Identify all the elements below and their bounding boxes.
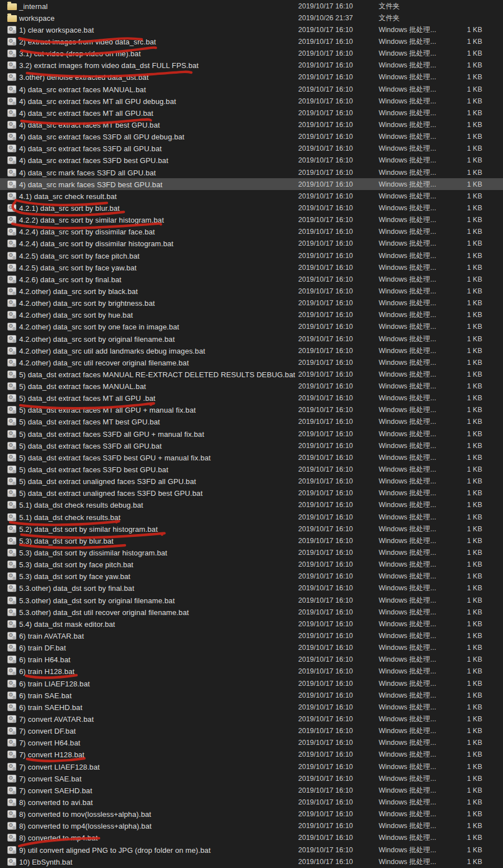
file-row[interactable]: ⚙⚙ 2) extract images from video data_src… — [0, 35, 503, 47]
file-row[interactable]: ⚙⚙ 5.2) data_dst sort by similar histogr… — [0, 523, 503, 535]
file-row[interactable]: ⚙⚙ 5) data_dst extract faces MT best GPU… — [0, 416, 503, 428]
file-row[interactable]: ⚙⚙ 4) data_src extract faces S3FD best G… — [0, 155, 503, 166]
file-row[interactable]: ⚙⚙ 6) train AVATAR.bat 2019/10/17 16:10 … — [0, 630, 503, 641]
file-row[interactable]: ⚙⚙ 4.2.5) data_src sort by face pitch.ba… — [0, 250, 503, 261]
file-row[interactable]: ⚙⚙ 3.other) denoise extracted data_dst.b… — [0, 71, 503, 83]
file-row[interactable]: ⚙⚙ 5) data_dst extract faces MT all GPU … — [0, 392, 503, 404]
file-row[interactable]: ⚙⚙ 4) data_src extract faces S3FD all GP… — [0, 131, 503, 143]
file-date-modified: 2019/10/17 16:10 — [298, 228, 353, 236]
batch-file-icon: ⚙⚙ — [7, 774, 17, 783]
file-row[interactable]: ⚙⚙ 7) convert DF.bat 2019/10/17 16:10 Wi… — [0, 725, 503, 737]
file-type: Windows 批处理... — [379, 477, 445, 486]
batch-file-icon: ⚙⚙ — [7, 97, 17, 106]
file-row[interactable]: ⚙⚙ 6) train H64.bat 2019/10/17 16:10 Win… — [0, 654, 503, 666]
file-row[interactable]: ⚙⚙ 7) convert SAEHD.bat 2019/10/17 16:10… — [0, 784, 503, 796]
file-size: 1 KB — [444, 406, 482, 414]
file-row[interactable]: ⚙⚙ 4) data_src extract faces MANUAL.bat … — [0, 83, 503, 95]
file-row[interactable]: ⚙⚙ 5.3) data_dst sort by face pitch.bat … — [0, 559, 503, 571]
batch-file-icon: ⚙⚙ — [7, 500, 17, 509]
file-row[interactable]: ⚙⚙ 7) convert AVATAR.bat 2019/10/17 16:1… — [0, 713, 503, 725]
file-date-modified: 2019/10/17 16:10 — [298, 370, 353, 378]
file-row[interactable]: ⚙⚙ 5) data_dst extract faces MANUAL RE-E… — [0, 368, 503, 380]
batch-file-icon: ⚙⚙ — [7, 453, 17, 462]
file-row[interactable]: ⚙⚙ 8) converted to avi.bat 2019/10/17 16… — [0, 796, 503, 808]
file-row[interactable]: ⚙⚙ 3.2) extract images from video data_d… — [0, 60, 503, 71]
file-row[interactable]: ⚙⚙ 5) data_dst extract faces S3FD all GP… — [0, 440, 503, 451]
file-row[interactable]: ⚙⚙ 4.2.other) data_src sort by one face … — [0, 321, 503, 333]
batch-file-icon: ⚙⚙ — [7, 180, 17, 189]
file-row[interactable]: ⚙⚙ 4.2.other) data_src util recover orig… — [0, 356, 503, 368]
file-row[interactable]: ⚙⚙ 4.2.2) data_src sort by similar histo… — [0, 214, 503, 226]
file-row[interactable]: ⚙⚙ 6) train H128.bat 2019/10/17 16:10 Wi… — [0, 666, 503, 677]
file-row[interactable]: ⚙⚙ 5.3) data_dst sort by blur.bat 2019/1… — [0, 535, 503, 546]
file-row[interactable]: ⚙⚙ 4.2.6) data_src sort by final.bat 201… — [0, 273, 503, 285]
file-row[interactable]: ⚙⚙ 5.3.other) data_dst sort by original … — [0, 594, 503, 606]
file-row[interactable]: ⚙⚙ 5.3.other) data_dst util recover orig… — [0, 606, 503, 618]
file-row[interactable]: ⚙⚙ 5) data_dst extract unaligned faces S… — [0, 476, 503, 487]
file-date-modified: 2019/10/17 16:10 — [298, 144, 353, 152]
file-date-modified: 2019/10/17 16:10 — [298, 156, 353, 164]
file-row[interactable]: ⚙⚙ 4) data_src mark faces S3FD best GPU.… — [0, 178, 503, 190]
batch-file-icon: ⚙⚙ — [7, 465, 17, 474]
file-row[interactable]: ⚙⚙ 8) converted to mov(lossless+alpha).b… — [0, 808, 503, 820]
file-row[interactable]: ⚙⚙ 5.1) data_dst check results debug.bat… — [0, 499, 503, 511]
file-row[interactable]: ⚙⚙ 4.2.5) data_src sort by face yaw.bat … — [0, 261, 503, 273]
file-row[interactable]: ⚙⚙ 4) data_src mark faces S3FD all GPU.b… — [0, 166, 503, 178]
file-row[interactable]: ⚙⚙ 5) data_dst extract faces MT all GPU … — [0, 404, 503, 416]
file-row[interactable]: ⚙⚙ 4.2.4) data_src sort by dissimilar hi… — [0, 238, 503, 250]
file-row[interactable]: ⚙⚙ 6) train SAE.bat 2019/10/17 16:10 Win… — [0, 689, 503, 701]
file-row[interactable]: ⚙⚙ 4) data_src extract faces S3FD all GP… — [0, 143, 503, 155]
file-row[interactable]: ⚙⚙ 6) train LIAEF128.bat 2019/10/17 16:1… — [0, 677, 503, 689]
batch-file-icon: ⚙⚙ — [7, 322, 17, 331]
file-row[interactable]: ⚙⚙ 4) data_src extract faces MT best GPU… — [0, 119, 503, 130]
file-row[interactable]: ⚙⚙ 7) convert SAE.bat 2019/10/17 16:10 W… — [0, 772, 503, 784]
file-row[interactable]: ⚙⚙ 9) util convert aligned PNG to JPG (d… — [0, 844, 503, 856]
file-row[interactable]: ⚙⚙ 5) data_dst extract faces S3FD best G… — [0, 463, 503, 475]
file-row[interactable]: ⚙⚙ 3.1) cut video (drop video on me).bat… — [0, 48, 503, 60]
file-date-modified: 2019/10/17 16:10 — [298, 560, 353, 568]
batch-file-icon: ⚙⚙ — [7, 108, 17, 117]
file-row[interactable]: ⚙⚙ 4.2.other) data_src sort by brightnes… — [0, 297, 503, 309]
file-row[interactable]: ⚙⚙ 5.3.other) data_dst sort by final.bat… — [0, 582, 503, 594]
file-row[interactable]: ⚙⚙ 5) data_dst extract unaligned faces S… — [0, 487, 503, 499]
file-row[interactable]: ⚙⚙ 7) convert H64.bat 2019/10/17 16:10 W… — [0, 737, 503, 749]
file-row[interactable]: ⚙⚙ 10) EbSynth.bat 2019/10/17 16:10 Wind… — [0, 856, 503, 867]
file-row[interactable]: ⚙⚙ 5.4) data_dst mask editor.bat 2019/10… — [0, 618, 503, 630]
file-row[interactable]: ⚙⚙ 4.2.other) data_src sort by hue.bat 2… — [0, 309, 503, 321]
file-row[interactable]: ⚙⚙ 4.2.other) data_src sort by original … — [0, 333, 503, 345]
file-row[interactable]: ⚙⚙ 8) converted to mp4.bat 2019/10/17 16… — [0, 832, 503, 844]
file-row[interactable]: ⚙⚙ 5.1) data_dst check results.bat 2019/… — [0, 511, 503, 523]
file-row[interactable]: ⚙⚙ 5.3) data_dst sort by face yaw.bat 20… — [0, 571, 503, 582]
file-row[interactable]: _internal 2019/10/17 16:10 文件夹 — [0, 0, 503, 12]
batch-file-icon: ⚙⚙ — [7, 667, 17, 676]
batch-file-icon: ⚙⚙ — [7, 679, 17, 688]
file-row[interactable]: ⚙⚙ 4.1) data_src check result.bat 2019/1… — [0, 190, 503, 202]
file-row[interactable]: ⚙⚙ 1) clear workspace.bat 2019/10/17 16:… — [0, 24, 503, 35]
file-name: 3.2) extract images from video data_dst … — [19, 61, 199, 70]
file-size: 1 KB — [444, 489, 482, 497]
file-row[interactable]: ⚙⚙ 4.2.other) data_src util add landmark… — [0, 345, 503, 356]
file-row[interactable]: ⚙⚙ 5) data_dst extract faces MANUAL.bat … — [0, 381, 503, 392]
batch-file-icon: ⚙⚙ — [7, 655, 17, 664]
file-row[interactable]: ⚙⚙ 4) data_src extract faces MT all GPU.… — [0, 107, 503, 119]
file-name: 5) data_dst extract unaligned faces S3FD… — [19, 477, 196, 486]
file-row[interactable]: ⚙⚙ 4.2.4) data_src sort by dissimilar fa… — [0, 226, 503, 238]
file-row[interactable]: ⚙⚙ 4.2.1) data_src sort by blur.bat 2019… — [0, 202, 503, 214]
file-row[interactable]: ⚙⚙ 6) train SAEHD.bat 2019/10/17 16:10 W… — [0, 701, 503, 713]
file-row[interactable]: ⚙⚙ 5) data_dst extract faces S3FD best G… — [0, 451, 503, 463]
file-row[interactable]: ⚙⚙ 5) data_dst extract faces S3FD all GP… — [0, 428, 503, 440]
file-row[interactable]: ⚙⚙ 4) data_src extract faces MT all GPU … — [0, 95, 503, 107]
file-row[interactable]: ⚙⚙ 6) train DF.bat 2019/10/17 16:10 Wind… — [0, 642, 503, 654]
file-row[interactable]: ⚙⚙ 8) converted to mp4(lossless+alpha).b… — [0, 820, 503, 832]
file-type: Windows 批处理... — [379, 61, 445, 70]
file-row[interactable]: ⚙⚙ 7) convert LIAEF128.bat 2019/10/17 16… — [0, 761, 503, 772]
batch-file-icon: ⚙⚙ — [7, 726, 17, 735]
file-type: Windows 批处理... — [379, 108, 445, 117]
file-size: 1 KB — [444, 822, 482, 830]
file-row[interactable]: ⚙⚙ 4.2.other) data_src sort by black.bat… — [0, 285, 503, 297]
file-row[interactable]: ⚙⚙ 5.3) data_dst sort by dissimilar hist… — [0, 546, 503, 558]
file-row[interactable]: ⚙⚙ 7) convert H128.bat 2019/10/17 16:10 … — [0, 749, 503, 761]
file-name: 5.3) data_dst sort by face pitch.bat — [19, 560, 133, 569]
batch-file-icon: ⚙⚙ — [7, 120, 17, 129]
file-row[interactable]: workspace 2019/10/26 21:37 文件夹 — [0, 12, 503, 24]
